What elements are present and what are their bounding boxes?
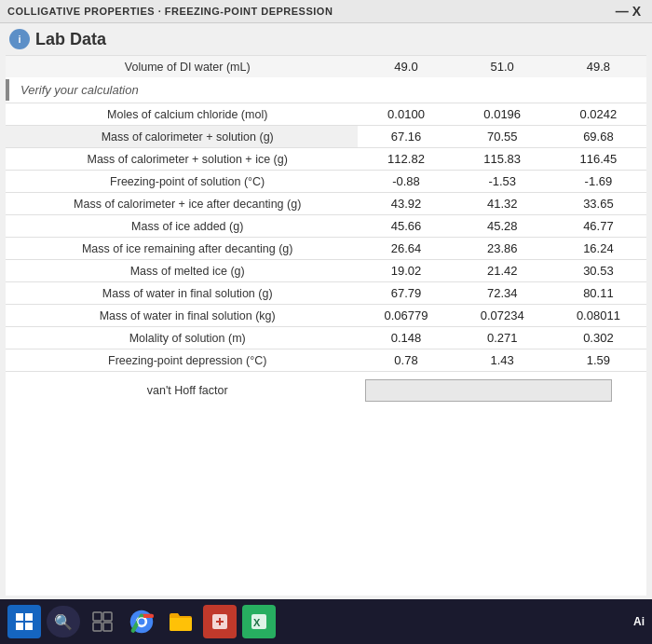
table-row: Mass of ice added (g) 45.66 45.28 46.77: [6, 215, 646, 238]
svg-rect-1: [25, 613, 33, 621]
table-row: Mass of water in final solution (g) 67.7…: [6, 282, 646, 305]
table-row: Freezing-point of solution (°C) -0.88 -1…: [6, 171, 646, 193]
row-val2: 0.07234: [455, 305, 550, 327]
taskbar: 🔍: [0, 599, 652, 644]
row-val3: 0.302: [550, 327, 646, 349]
row-val2: 70.55: [455, 126, 550, 148]
row-val2: 0.271: [455, 327, 550, 349]
chrome-button[interactable]: [125, 605, 158, 638]
svg-point-12: [139, 619, 145, 625]
table-row: Mass of ice remaining after decanting (g…: [6, 238, 646, 260]
windows-icon: [15, 612, 34, 631]
volume-row: Volume of DI water (mL) 49.0 51.0 49.8: [6, 56, 646, 78]
row-val2: 0.0196: [455, 103, 550, 126]
row-label: Mass of melted ice (g): [6, 260, 358, 282]
row-val3: -1.69: [550, 171, 646, 193]
row-val2: 23.86: [455, 238, 550, 260]
row-val2: 21.42: [455, 260, 550, 282]
folder-icon: [169, 610, 193, 634]
svg-rect-6: [93, 623, 102, 631]
row-val2: 45.28: [455, 215, 550, 238]
content-area: Volume of DI water (mL) 49.0 51.0 49.8 V…: [6, 55, 646, 596]
start-button[interactable]: [7, 605, 41, 638]
row-val3: 30.53: [550, 260, 646, 282]
row-label: Moles of calcium chloride (mol): [6, 103, 358, 126]
red-app-icon: [210, 611, 230, 632]
row-val1: 26.64: [358, 238, 454, 260]
table-row: Mass of calorimeter + solution (g) 67.16…: [6, 126, 646, 148]
vhoff-input[interactable]: [365, 379, 611, 402]
vhoff-input-cell[interactable]: [358, 372, 646, 410]
row-label: Freezing-point of solution (°C): [6, 171, 358, 193]
chrome-icon: [129, 609, 155, 635]
row-label: Molality of solution (m): [6, 327, 358, 349]
row-val1: 19.02: [358, 260, 454, 282]
row-label: Freezing-point depression (°C): [6, 349, 358, 372]
svg-rect-0: [16, 613, 23, 621]
row-val3: 80.11: [550, 282, 646, 305]
svg-rect-4: [93, 612, 102, 621]
row-val2: 115.83: [455, 148, 550, 171]
svg-rect-7: [103, 623, 112, 631]
volume-label: Volume of DI water (mL): [6, 56, 358, 78]
vol-col2: 51.0: [455, 56, 550, 78]
lab-data-icon: i: [9, 29, 30, 49]
row-label: Mass of calorimeter + solution + ice (g): [6, 148, 358, 171]
task-view-icon: [92, 611, 113, 632]
data-table: Volume of DI water (mL) 49.0 51.0 49.8 V…: [6, 55, 646, 409]
row-label: Mass of ice remaining after decanting (g…: [6, 238, 358, 260]
red-app-button[interactable]: [203, 605, 237, 638]
row-val2: 72.34: [455, 282, 550, 305]
row-val3: 0.0242: [550, 103, 646, 126]
row-val3: 33.65: [550, 193, 646, 215]
title-bar: COLLIGATIVE PROPERTIES · FREEZING-POINT …: [0, 0, 652, 23]
task-view-button[interactable]: [86, 605, 119, 638]
row-val1: 67.16: [358, 126, 454, 148]
row-val2: 41.32: [455, 193, 550, 215]
row-val1: 112.82: [358, 148, 454, 171]
row-val3: 0.08011: [550, 305, 646, 327]
row-label: Mass of calorimeter + solution (g): [6, 126, 358, 148]
row-label: Mass of calorimeter + ice after decantin…: [6, 193, 358, 215]
verify-banner: Verify your calculation: [6, 79, 646, 101]
row-label: Mass of water in final solution (kg): [6, 305, 358, 327]
vhoff-label: van't Hoff factor: [6, 372, 358, 410]
svg-rect-2: [16, 623, 23, 630]
row-val3: 1.59: [550, 349, 646, 372]
table-row: Mass of calorimeter + ice after decantin…: [6, 193, 646, 215]
verify-row: Verify your calculation: [6, 77, 646, 103]
row-val3: 16.24: [550, 238, 646, 260]
row-val1: -0.88: [358, 171, 454, 193]
vhoff-row: van't Hoff factor: [6, 372, 646, 410]
main-window: COLLIGATIVE PROPERTIES · FREEZING-POINT …: [0, 0, 652, 599]
svg-rect-5: [103, 612, 112, 621]
folder-button[interactable]: [164, 605, 197, 638]
row-val1: 0.148: [358, 327, 454, 349]
table-row: Freezing-point depression (°C) 0.78 1.43…: [6, 349, 646, 372]
row-val2: 1.43: [455, 349, 550, 372]
lab-data-title: Lab Data: [35, 30, 106, 49]
title-bar-text: COLLIGATIVE PROPERTIES · FREEZING-POINT …: [7, 6, 333, 17]
table-row: Mass of water in final solution (kg) 0.0…: [6, 305, 646, 327]
svg-rect-3: [25, 623, 33, 630]
table-row: Moles of calcium chloride (mol) 0.0100 0…: [6, 103, 646, 126]
ai-label[interactable]: Ai: [633, 615, 645, 628]
search-button[interactable]: 🔍: [47, 606, 80, 637]
row-label: Mass of water in final solution (g): [6, 282, 358, 305]
excel-button[interactable]: X: [242, 605, 276, 638]
row-val2: -1.53: [455, 171, 550, 193]
svg-text:X: X: [253, 617, 261, 628]
row-val3: 69.68: [550, 126, 646, 148]
vol-col3: 49.8: [550, 56, 646, 78]
table-row: Mass of calorimeter + solution + ice (g)…: [6, 148, 646, 171]
close-button[interactable]: — X: [612, 4, 645, 19]
row-val1: 45.66: [358, 215, 454, 238]
row-val3: 116.45: [550, 148, 646, 171]
table-row: Mass of melted ice (g) 19.02 21.42 30.53: [6, 260, 646, 282]
row-val1: 67.79: [358, 282, 454, 305]
row-val3: 46.77: [550, 215, 646, 238]
search-icon: 🔍: [54, 613, 73, 631]
row-label: Mass of ice added (g): [6, 215, 358, 238]
lab-data-header: i Lab Data: [0, 23, 652, 51]
row-val1: 43.92: [358, 193, 454, 215]
